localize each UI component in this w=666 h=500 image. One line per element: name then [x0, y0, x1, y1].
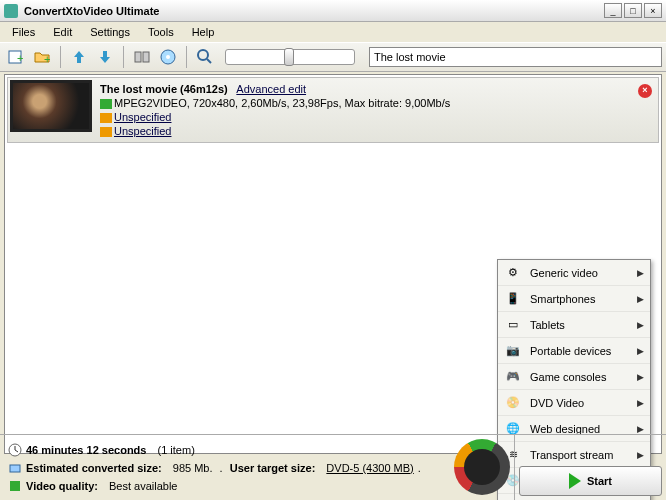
profile-icon: ▭	[504, 316, 522, 334]
profile-item-tablets[interactable]: ▭Tablets▶	[498, 312, 650, 338]
profile-item-dvd-video[interactable]: 📀DVD Video▶	[498, 390, 650, 416]
zoom-slider[interactable]	[225, 49, 355, 65]
chevron-right-icon: ▶	[637, 424, 644, 434]
window-title: ConvertXtoVideo Ultimate	[24, 5, 604, 17]
subs-badge-icon	[100, 127, 112, 137]
quality-label: Video quality:	[26, 477, 98, 495]
thumbnail[interactable]	[10, 80, 92, 132]
clock-icon	[8, 443, 22, 457]
svg-point-7	[198, 50, 208, 60]
title-input[interactable]	[369, 47, 662, 67]
profile-icon: 📀	[504, 394, 522, 412]
svg-text:+: +	[17, 52, 23, 64]
chevron-right-icon: ▶	[637, 268, 644, 278]
close-button[interactable]: ×	[644, 3, 662, 18]
menu-tools[interactable]: Tools	[140, 24, 182, 40]
quality-gauge	[454, 439, 510, 495]
maximize-button[interactable]: □	[624, 3, 642, 18]
titlebar: ConvertXtoVideo Ultimate _ □ ×	[0, 0, 666, 22]
quality-icon	[8, 479, 22, 493]
profile-item-portable-devices[interactable]: 📷Portable devices▶	[498, 338, 650, 364]
move-up-button[interactable]	[67, 45, 91, 69]
chevron-right-icon: ▶	[637, 346, 644, 356]
video-info: MPEG2VIDEO, 720x480, 2,60Mb/s, 23,98Fps,…	[114, 97, 450, 109]
audio-badge-icon	[100, 113, 112, 123]
media-item-row[interactable]: The lost movie (46m12s) Advanced edit MP…	[7, 77, 659, 143]
quality-value: Best available	[109, 477, 178, 495]
add-folder-button[interactable]: +	[30, 45, 54, 69]
slider-thumb[interactable]	[284, 48, 294, 66]
profile-icon: 📱	[504, 290, 522, 308]
profile-label: Generic video	[530, 267, 637, 279]
preview-button[interactable]	[193, 45, 217, 69]
app-icon	[4, 4, 18, 18]
duration-text: 46 minutes 12 seconds	[26, 441, 146, 459]
item-title: The lost movie (46m12s)	[100, 83, 228, 95]
profile-label: DVD Video	[530, 397, 637, 409]
profile-label: Smartphones	[530, 293, 637, 305]
profile-item-smartphones[interactable]: 📱Smartphones▶	[498, 286, 650, 312]
chevron-right-icon: ▶	[637, 372, 644, 382]
audio-link[interactable]: Unspecified	[114, 111, 171, 123]
chevron-right-icon: ▶	[637, 398, 644, 408]
target-size-label: User target size:	[230, 459, 316, 477]
statusbar: 46 minutes 12 seconds (1 item) Estimated…	[0, 434, 666, 500]
advanced-edit-link[interactable]: Advanced edit	[236, 83, 306, 95]
chevron-right-icon: ▶	[637, 294, 644, 304]
profile-label: Tablets	[530, 319, 637, 331]
profile-item-generic-video[interactable]: ⚙Generic video▶	[498, 260, 650, 286]
profile-item-game-consoles[interactable]: 🎮Game consoles▶	[498, 364, 650, 390]
profile-label: Web designed	[530, 423, 637, 435]
content-area: The lost movie (46m12s) Advanced edit MP…	[4, 74, 662, 454]
menu-files[interactable]: Files	[4, 24, 43, 40]
merge-button[interactable]	[130, 45, 154, 69]
start-label: Start	[587, 475, 612, 487]
start-button[interactable]: Start	[519, 466, 662, 496]
disc-button[interactable]	[156, 45, 180, 69]
menu-help[interactable]: Help	[184, 24, 223, 40]
profile-icon: ⚙	[504, 264, 522, 282]
profile-label: Portable devices	[530, 345, 637, 357]
svg-text:+: +	[44, 53, 50, 65]
svg-line-8	[207, 59, 211, 63]
est-size-value: 985 Mb.	[173, 459, 213, 477]
svg-rect-10	[10, 465, 20, 472]
svg-point-6	[166, 55, 170, 59]
move-down-button[interactable]	[93, 45, 117, 69]
svg-rect-4	[143, 52, 149, 62]
video-badge-icon	[100, 99, 112, 109]
profile-icon: 📷	[504, 342, 522, 360]
est-size-label: Estimated converted size:	[26, 459, 162, 477]
profile-icon: 🎮	[504, 368, 522, 386]
menu-edit[interactable]: Edit	[45, 24, 80, 40]
remove-item-button[interactable]: ×	[638, 84, 652, 98]
size-icon	[8, 461, 22, 475]
subs-link[interactable]: Unspecified	[114, 125, 171, 137]
minimize-button[interactable]: _	[604, 3, 622, 18]
menubar: Files Edit Settings Tools Help	[0, 22, 666, 42]
menu-settings[interactable]: Settings	[82, 24, 138, 40]
add-file-button[interactable]: +	[4, 45, 28, 69]
play-icon	[569, 473, 581, 489]
profile-label: Game consoles	[530, 371, 637, 383]
item-info: The lost movie (46m12s) Advanced edit MP…	[92, 80, 458, 140]
item-count: (1 item)	[158, 441, 195, 459]
svg-rect-3	[135, 52, 141, 62]
target-size-link[interactable]: DVD-5 (4300 MB)	[326, 459, 413, 477]
svg-rect-11	[10, 481, 20, 491]
toolbar: + +	[0, 42, 666, 72]
chevron-right-icon: ▶	[637, 320, 644, 330]
